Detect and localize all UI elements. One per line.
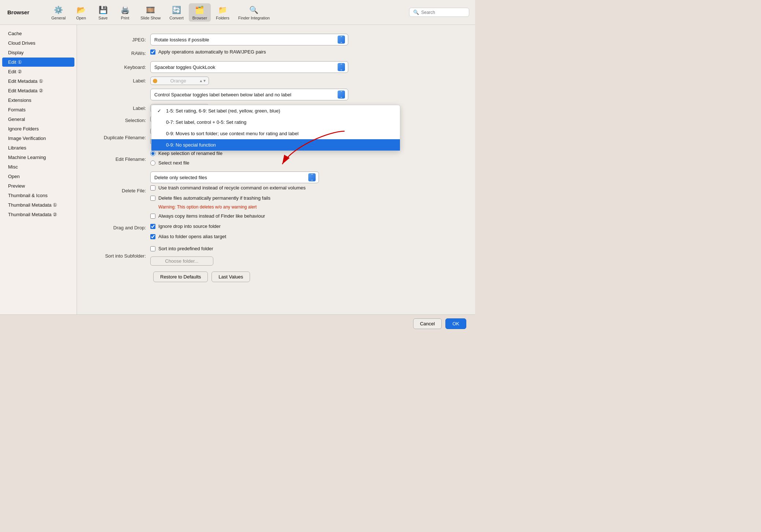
dragdrop-check3-row: Alias to folder opens alias target xyxy=(150,234,265,239)
dropdown-label-0: 1-5: Set rating, 6-9: Set label (red, ye… xyxy=(166,108,280,114)
editfilename-radio2-row: Select next file xyxy=(150,160,223,166)
bottom-bar: Cancel OK xyxy=(0,314,475,333)
toolbar-general[interactable]: ⚙️ General xyxy=(48,3,69,22)
jpeg-row: JPEG: Rotate lossless if possible ⌃⌄ xyxy=(92,34,460,45)
ok-button[interactable]: OK xyxy=(445,318,466,329)
search-input[interactable] xyxy=(421,10,465,15)
deletefile-checkbox2[interactable] xyxy=(150,196,155,201)
deletefile-check1-row: Use trash command instead of recycle com… xyxy=(150,185,319,191)
sidebar-item-cache[interactable]: Cache xyxy=(2,29,74,38)
dragdrop-checkbox1[interactable] xyxy=(150,214,155,219)
toolbar-convert-label: Convert xyxy=(169,16,184,20)
dragdrop-text3: Alias to folder opens alias target xyxy=(158,234,226,239)
sidebar-item-ignorefolders[interactable]: Ignore Folders xyxy=(2,124,74,133)
sidebar-item-preview[interactable]: Preview xyxy=(2,181,74,191)
sidebar-item-thumbicons[interactable]: Thumbnail & Icons xyxy=(2,191,74,200)
toolbar-print[interactable]: 🖨️ Print xyxy=(115,3,135,22)
jpeg-arrow: ⌃⌄ xyxy=(338,36,345,44)
dropdown-check-1 xyxy=(157,119,163,125)
raws-checkbox-row: Apply operations automatically to RAW/JP… xyxy=(150,49,266,55)
keyboard-label: Keyboard: xyxy=(92,64,150,70)
dropdown-check-3 xyxy=(157,142,163,148)
label2-dropdown-select[interactable]: Control Spacebar toggles label between b… xyxy=(150,89,348,100)
sidebar-item-extensions[interactable]: Extensions xyxy=(2,96,74,105)
slideshow-icon: 🎞️ xyxy=(145,5,157,15)
dragdrop-check2-row: Ignore drop into source folder xyxy=(150,223,265,229)
toolbar-folders[interactable]: 📁 Folders xyxy=(212,3,233,22)
toolbar-slideshow[interactable]: 🎞️ Slide Show xyxy=(137,3,164,22)
label1-color-dot xyxy=(153,79,157,83)
toolbar-convert[interactable]: 🔄 Convert xyxy=(166,3,187,22)
sidebar-item-thumbmeta1[interactable]: Thumbnail Metadata ① xyxy=(2,200,74,210)
sortsubfolder-check-row: Sort into predefined folder xyxy=(150,246,213,251)
sidebar-item-editmeta2[interactable]: Edit Metadata ② xyxy=(2,86,74,95)
dropdown-label-1: 0-7: Set label, control + 0-5: Set ratin… xyxy=(166,119,246,125)
toolbar-print-label: Print xyxy=(121,16,129,20)
sidebar-item-libraries[interactable]: Libraries xyxy=(2,143,74,152)
toolbar-save[interactable]: 💾 Save xyxy=(93,3,113,22)
deletefile-text1: Use trash command instead of recycle com… xyxy=(158,185,306,191)
sidebar-item-open[interactable]: Open xyxy=(2,172,74,181)
sidebar-item-general[interactable]: General xyxy=(2,115,74,124)
search-box[interactable]: 🔍 xyxy=(409,8,469,17)
toolbar-finder[interactable]: 🔍 Finder Integration xyxy=(235,3,273,22)
editfilename-radio1[interactable] xyxy=(150,151,155,156)
keyboard-arrow: ⌃⌄ xyxy=(338,63,345,71)
app-title: Browser xyxy=(7,9,37,15)
restore-defaults-button[interactable]: Restore to Defaults xyxy=(153,271,208,282)
dropdown-check-0: ✓ xyxy=(157,108,163,114)
sortsubfolder-checkbox[interactable] xyxy=(150,246,155,251)
browser-icon: 🗂️ xyxy=(194,5,206,15)
bottom-right: Cancel OK xyxy=(413,318,466,329)
sidebar-item-formats[interactable]: Formats xyxy=(2,105,74,114)
toolbar-open[interactable]: 📂 Open xyxy=(71,3,91,22)
sidebar-item-edit2[interactable]: Edit ② xyxy=(2,67,74,76)
editfilename-radio2[interactable] xyxy=(150,160,155,166)
deletefile-checkbox1[interactable] xyxy=(150,185,155,191)
dropdown-item-0[interactable]: ✓ 1-5: Set rating, 6-9: Set label (red, … xyxy=(151,105,400,117)
last-values-button[interactable]: Last Values xyxy=(212,271,250,282)
sidebar-item-misc[interactable]: Misc xyxy=(2,162,74,171)
main-layout: Cache Cloud Drives Display Edit ① Edit ②… xyxy=(0,25,475,314)
deletefile-select[interactable]: Delete only selected files ⌃⌄ xyxy=(150,171,319,183)
sidebar-item-cloud[interactable]: Cloud Drives xyxy=(2,38,74,48)
editfilename-text2: Select next file xyxy=(158,160,190,166)
action-buttons: Restore to Defaults Last Values xyxy=(153,271,460,282)
sidebar-item-machinelearn[interactable]: Machine Learning xyxy=(2,153,74,162)
cancel-button[interactable]: Cancel xyxy=(413,318,442,329)
toolbar: ⚙️ General 📂 Open 💾 Save 🖨️ Print 🎞️ Sli… xyxy=(48,3,469,22)
sidebar-item-editmeta1[interactable]: Edit Metadata ① xyxy=(2,77,74,86)
editfilename-options: Keep selection of renamed file Select ne… xyxy=(150,151,223,168)
jpeg-select[interactable]: Rotate lossless if possible ⌃⌄ xyxy=(150,34,348,45)
dropdown-item-3[interactable]: 0-9: No special function xyxy=(151,139,400,151)
raws-checkbox[interactable] xyxy=(150,49,155,55)
deletefile-row: Delete File: Delete only selected files … xyxy=(92,171,460,210)
choose-folder-button[interactable]: Choose folder... xyxy=(150,256,213,266)
sidebar-item-display[interactable]: Display xyxy=(2,48,74,57)
sortsubfolder-options: Sort into predefined folder Choose folde… xyxy=(150,246,213,266)
toolbar-slideshow-label: Slide Show xyxy=(140,16,161,20)
keyboard-select[interactable]: Spacebar toggles QuickLook ⌃⌄ xyxy=(150,61,348,73)
label2-dropdown-arrow: ⌃⌄ xyxy=(338,90,345,99)
deletefile-select-row: Delete only selected files ⌃⌄ xyxy=(150,171,319,183)
sidebar-item-edit1[interactable]: Edit ① xyxy=(2,58,74,67)
dragdrop-checkbox3[interactable] xyxy=(150,234,155,239)
editfilename-row: Edit Filename: Keep selection of renamed… xyxy=(92,151,460,168)
toolbar-browser[interactable]: 🗂️ Browser xyxy=(189,3,211,22)
sidebar-item-imageverif[interactable]: Image Verification xyxy=(2,134,74,143)
sidebar-item-thumbmeta2[interactable]: Thumbnail Metadata ② xyxy=(2,210,74,219)
print-icon: 🖨️ xyxy=(119,5,131,15)
dropdown-check-2 xyxy=(157,131,163,136)
deletefile-warning: Warning: This option deletes w/o any war… xyxy=(158,204,319,210)
label2-label: Label: xyxy=(92,106,150,111)
dragdrop-label: Drag and Drop: xyxy=(92,225,150,230)
search-icon: 🔍 xyxy=(413,10,419,15)
dropdown-item-1[interactable]: 0-7: Set label, control + 0-5: Set ratin… xyxy=(151,117,400,128)
dragdrop-check1-row: Always copy items instead of Finder like… xyxy=(150,213,265,219)
keyboard-row: Keyboard: Spacebar toggles QuickLook ⌃⌄ xyxy=(92,61,460,73)
dropdown-item-2[interactable]: 0-9: Moves to sort folder; use context m… xyxy=(151,128,400,139)
toolbar-folders-label: Folders xyxy=(216,16,229,20)
dragdrop-checkbox2[interactable] xyxy=(150,224,155,229)
sortsubfolder-row: Sort into Subfolder: Sort into predefine… xyxy=(92,246,460,266)
label1-select[interactable]: Orange ▲▼ xyxy=(150,77,209,85)
